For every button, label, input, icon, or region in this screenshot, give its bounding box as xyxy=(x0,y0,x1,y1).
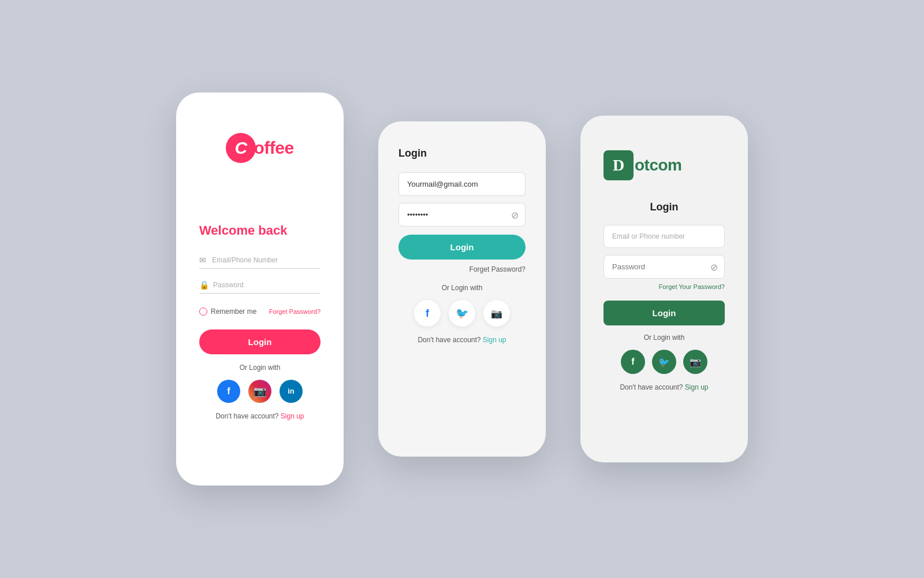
coffee-signup-link[interactable]: Sign up xyxy=(281,412,304,420)
remember-label: Remember me xyxy=(211,307,256,316)
middle-password-wrapper: ⊘ xyxy=(398,203,526,227)
lock-icon: 🔒 xyxy=(199,280,208,290)
middle-phone-card: Login ⊘ Login Forget Password? Or Login … xyxy=(378,121,546,457)
remember-checkbox[interactable] xyxy=(199,307,207,316)
middle-social-icons: f 🐦 📷 xyxy=(398,300,526,327)
dotcom-phone-card: D otcom Login ⊘ Forget Your Password? Lo… xyxy=(580,116,748,462)
phones-container: offee Welcome back ✉ 🔒 Remember me xyxy=(176,58,748,520)
middle-password-input[interactable] xyxy=(398,203,526,227)
middle-or-login: Or Login with xyxy=(398,284,526,292)
coffee-forget-password[interactable]: Forget Password? xyxy=(269,308,321,315)
coffee-logo-text: offee xyxy=(254,138,293,158)
coffee-password-group: 🔒 xyxy=(199,277,321,294)
dotcom-social-icons: f 🐦 📷 xyxy=(603,350,725,374)
coffee-phone-card: offee Welcome back ✉ 🔒 Remember me xyxy=(176,92,344,486)
coffee-social-icons: f 📷 in xyxy=(199,380,321,403)
coffee-email-group: ✉ xyxy=(199,252,321,269)
middle-email-input[interactable] xyxy=(398,172,526,196)
coffee-password-input[interactable] xyxy=(213,280,321,289)
coffee-dont-have: Don't have account? Sign up xyxy=(199,412,321,420)
coffee-email-wrapper: ✉ xyxy=(199,252,321,269)
dotcom-logo-text: otcom xyxy=(635,156,682,175)
middle-twitter-icon[interactable]: 🐦 xyxy=(449,300,475,327)
coffee-linkedin-icon[interactable]: in xyxy=(280,380,303,403)
middle-login-title: Login xyxy=(398,147,526,160)
coffee-or-login: Or Login with xyxy=(199,364,321,372)
middle-facebook-icon[interactable]: f xyxy=(414,300,441,327)
dotcom-or-login: Or Login with xyxy=(603,334,725,342)
middle-dont-have: Don't have account? Sign up xyxy=(398,336,526,344)
coffee-remember-row: Remember me Forget Password? xyxy=(199,307,321,316)
coffee-dont-have-text: Don't have account? xyxy=(215,412,278,420)
dotcom-logo: D otcom xyxy=(603,150,725,180)
dotcom-dont-have-text: Don't have account? xyxy=(620,383,683,391)
dotcom-login-button[interactable]: Login xyxy=(603,301,725,325)
dotcom-eye-icon[interactable]: ⊘ xyxy=(710,261,718,272)
coffee-facebook-icon[interactable]: f xyxy=(217,380,240,403)
coffee-login-button[interactable]: Login xyxy=(199,329,321,354)
dotcom-signup-link[interactable]: Sign up xyxy=(685,383,709,391)
dotcom-facebook-icon[interactable]: f xyxy=(621,350,645,374)
middle-forget-password[interactable]: Forget Password? xyxy=(398,265,526,273)
coffee-welcome-text: Welcome back xyxy=(199,223,321,238)
middle-login-button[interactable]: Login xyxy=(398,235,526,260)
coffee-email-input[interactable] xyxy=(212,255,321,264)
dotcom-forget-password[interactable]: Forget Your Password? xyxy=(603,283,725,290)
middle-signup-link[interactable]: Sign up xyxy=(483,336,506,344)
dotcom-dont-have: Don't have account? Sign up xyxy=(603,383,725,391)
dotcom-password-wrapper: ⊘ xyxy=(603,255,725,279)
dotcom-password-input[interactable] xyxy=(603,255,725,279)
coffee-instagram-icon[interactable]: 📷 xyxy=(248,380,271,403)
coffee-password-wrapper: 🔒 xyxy=(199,277,321,294)
dotcom-d-block: D xyxy=(603,150,634,180)
coffee-remember[interactable]: Remember me xyxy=(199,307,256,316)
dotcom-login-title: Login xyxy=(603,201,725,213)
dotcom-twitter-icon[interactable]: 🐦 xyxy=(652,350,676,374)
dotcom-d-letter: D xyxy=(613,156,624,175)
coffee-c-icon xyxy=(226,133,256,163)
email-icon: ✉ xyxy=(199,255,207,265)
dotcom-instagram-icon[interactable]: 📷 xyxy=(683,350,707,374)
dotcom-email-input[interactable] xyxy=(603,225,725,248)
middle-dont-have-text: Don't have account? xyxy=(418,336,480,344)
eye-icon[interactable]: ⊘ xyxy=(511,209,519,220)
middle-instagram-icon[interactable]: 📷 xyxy=(483,300,510,327)
coffee-logo: offee xyxy=(199,133,321,163)
